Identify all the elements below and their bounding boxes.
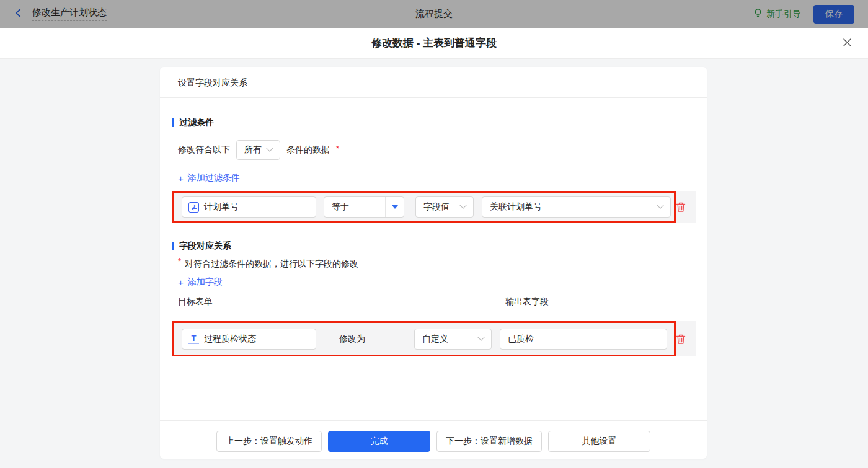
operator-value: 等于 bbox=[324, 201, 385, 213]
section-bar-icon bbox=[172, 118, 174, 127]
add-field-label: 添加字段 bbox=[188, 276, 223, 288]
filter-match-row: 修改符合以下 所有 条件的数据 * bbox=[178, 140, 339, 160]
add-field-link[interactable]: + 添加字段 bbox=[178, 276, 223, 288]
filter-section-label: 过滤条件 bbox=[179, 117, 214, 128]
chevron-down-icon bbox=[477, 333, 484, 340]
match-mode-select[interactable]: 所有 bbox=[236, 140, 280, 160]
trash-icon bbox=[676, 333, 686, 345]
prev-step-button[interactable]: 上一步：设置触发动作 bbox=[216, 431, 322, 452]
target-form-column-header: 目标表单 bbox=[178, 296, 213, 307]
modify-type-select[interactable]: 自定义 bbox=[414, 329, 492, 350]
modal-title: 修改数据 - 主表到普通字段 bbox=[0, 28, 868, 59]
modify-type-value: 自定义 bbox=[422, 333, 448, 345]
mapping-description-text: 对符合过滤条件的数据，进行以下字段的修改 bbox=[185, 258, 358, 270]
filter-section-title: 过滤条件 bbox=[172, 117, 214, 128]
delete-condition-button[interactable] bbox=[676, 201, 686, 213]
required-mark: * bbox=[178, 257, 181, 266]
match-mode-value: 所有 bbox=[244, 144, 262, 156]
other-settings-button[interactable]: 其他设置 bbox=[548, 431, 650, 452]
mapping-section-label: 字段对应关系 bbox=[179, 241, 231, 252]
value-type-select[interactable]: 字段值 bbox=[415, 196, 474, 218]
next-step-button[interactable]: 下一步：设置新增数据 bbox=[436, 431, 542, 452]
caret-down-icon bbox=[392, 205, 398, 209]
chevron-down-icon bbox=[657, 202, 663, 209]
modal-header: 修改数据 - 主表到普通字段 bbox=[0, 28, 868, 59]
delete-mapping-button[interactable] bbox=[676, 333, 686, 345]
chevron-down-icon bbox=[266, 145, 273, 152]
operator-caret-button[interactable] bbox=[385, 197, 404, 217]
serial-field-icon bbox=[188, 202, 199, 213]
plus-icon: + bbox=[178, 173, 184, 183]
column-divider bbox=[172, 312, 696, 312]
mapping-description: * 对符合过滤条件的数据，进行以下字段的修改 bbox=[178, 258, 358, 270]
custom-value-input[interactable] bbox=[500, 329, 667, 350]
filter-field-select[interactable]: 计划单号 bbox=[182, 196, 316, 218]
footer-divider bbox=[160, 420, 707, 421]
add-filter-condition-label: 添加过滤条件 bbox=[188, 172, 240, 183]
modal-overlay-mask bbox=[0, 0, 868, 28]
match-prefix-label: 修改符合以下 bbox=[178, 144, 230, 156]
filter-condition-row: 计划单号 等于 字段值 关联计划单号 bbox=[172, 191, 696, 223]
section-bar-icon bbox=[172, 242, 174, 250]
target-field-select[interactable]: T 过程质检状态 bbox=[182, 329, 316, 350]
compare-value-select[interactable]: 关联计划单号 bbox=[482, 196, 671, 218]
add-filter-condition-link[interactable]: + 添加过滤条件 bbox=[178, 172, 240, 183]
field-mapping-row: T 过程质检状态 修改为 自定义 bbox=[172, 321, 696, 356]
value-type-value: 字段值 bbox=[423, 201, 450, 213]
settings-card: 设置字段对应关系 过滤条件 修改符合以下 所有 条件的数据 * + 添加过滤条件 bbox=[160, 67, 707, 459]
plus-icon: + bbox=[178, 277, 184, 288]
trash-icon bbox=[676, 201, 686, 213]
card-header-title: 设置字段对应关系 bbox=[160, 67, 707, 98]
mapping-section-title: 字段对应关系 bbox=[172, 241, 231, 252]
footer-button-group: 上一步：设置触发动作 完成 下一步：设置新增数据 其他设置 bbox=[160, 431, 707, 452]
chevron-down-icon bbox=[459, 202, 466, 209]
close-icon bbox=[843, 38, 852, 50]
text-field-icon: T bbox=[188, 333, 199, 344]
match-suffix-label: 条件的数据 bbox=[286, 144, 330, 156]
operator-select[interactable]: 等于 bbox=[324, 196, 404, 218]
modify-to-label: 修改为 bbox=[339, 333, 365, 345]
required-mark: * bbox=[336, 144, 339, 153]
close-button[interactable] bbox=[841, 37, 853, 50]
output-field-column-header: 输出表字段 bbox=[505, 296, 549, 307]
compare-value: 关联计划单号 bbox=[490, 201, 542, 213]
target-field-value: 过程质检状态 bbox=[204, 333, 256, 345]
done-button[interactable]: 完成 bbox=[328, 431, 430, 452]
modal-body: 设置字段对应关系 过滤条件 修改符合以下 所有 条件的数据 * + 添加过滤条件 bbox=[0, 60, 868, 468]
filter-field-value: 计划单号 bbox=[204, 201, 239, 213]
